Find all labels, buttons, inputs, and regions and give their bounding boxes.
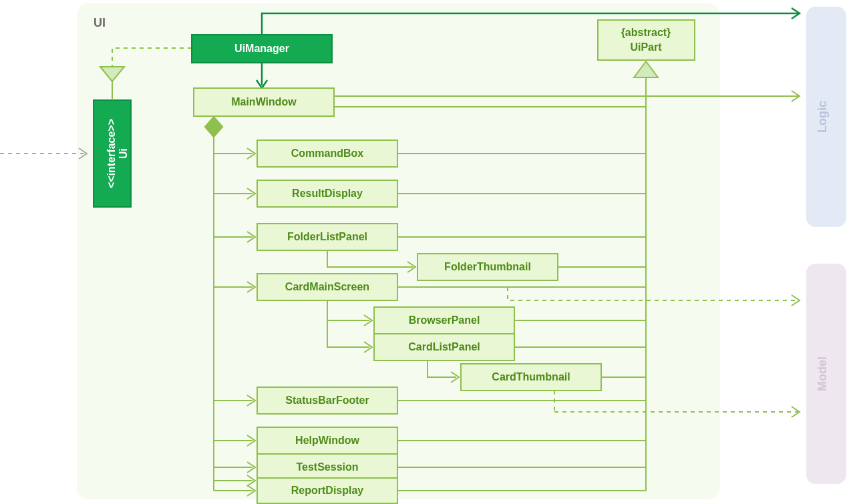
commandbox-label: CommandBox (291, 148, 364, 159)
svg-rect-10 (598, 20, 695, 60)
external-model-label: Model (816, 356, 829, 391)
external-logic-label: Logic (816, 101, 829, 133)
class-uimanager: UiManager (192, 35, 332, 63)
cardmainscreen-label: CardMainScreen (285, 281, 369, 292)
mainwindow-label: MainWindow (231, 96, 297, 107)
external-model: Model (806, 264, 846, 484)
ui-interface-name: Ui (118, 148, 129, 159)
statusbarfooter-label: StatusBarFooter (285, 395, 369, 406)
class-ui-interface: <<interface>> Ui (94, 100, 131, 207)
svg-text:Ui: Ui (118, 148, 129, 159)
package-ui (77, 3, 720, 499)
cardlistpanel-label: CardListPanel (408, 341, 480, 352)
folderlistpanel-label: FolderListPanel (287, 231, 367, 242)
uimanager-label: UiManager (234, 43, 289, 54)
testsession-label: TestSession (296, 461, 358, 473)
folderthumbnail-label: FolderThumbnail (444, 261, 531, 272)
cardthumbnail-label: CardThumbnail (492, 371, 570, 383)
dependency-external-to-ui (0, 148, 87, 159)
browserpanel-label: BrowserPanel (409, 314, 480, 326)
uipart-name: UiPart (630, 41, 662, 53)
class-mainwindow: MainWindow (194, 88, 334, 116)
helpwindow-label: HelpWindow (295, 435, 359, 446)
resultdisplay-label: ResultDisplay (292, 188, 363, 199)
external-logic: Logic (806, 7, 846, 227)
package-ui-label: UI (94, 16, 106, 29)
class-uipart: {abstract} UiPart (598, 20, 695, 60)
ui-interface-stereotype: <<interface>> (106, 119, 117, 188)
uipart-stereo: {abstract} (621, 27, 671, 38)
svg-rect-45 (257, 481, 397, 504)
svg-text:<<interface>>: <<interface>> (106, 119, 117, 188)
